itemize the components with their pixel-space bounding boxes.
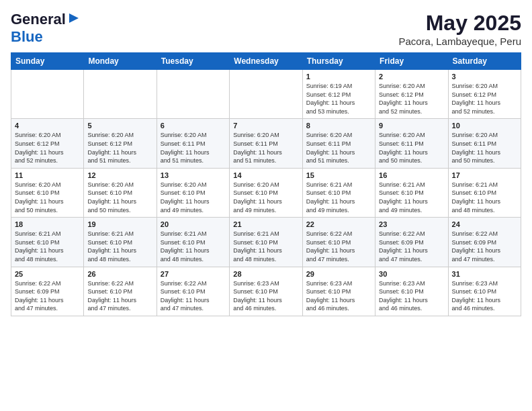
calendar-header-row: SundayMondayTuesdayWednesdayThursdayFrid… (11, 53, 521, 70)
day-number: 14 (233, 171, 298, 179)
day-info: Sunrise: 6:22 AMSunset: 6:10 PMDaylight:… (306, 230, 371, 263)
day-number: 20 (161, 220, 226, 228)
calendar-table: SundayMondayTuesdayWednesdayThursdayFrid… (11, 52, 521, 316)
day-info: Sunrise: 6:20 AMSunset: 6:12 PMDaylight:… (379, 82, 444, 116)
day-info: Sunrise: 6:20 AMSunset: 6:10 PMDaylight:… (87, 181, 152, 214)
day-info: Sunrise: 6:20 AMSunset: 6:12 PMDaylight:… (87, 131, 152, 165)
calendar-subtitle: Pacora, Lambayeque, Peru (398, 36, 521, 47)
page-header: General Blue May 2025 Pacora, Lambayeque… (11, 11, 521, 47)
day-number: 5 (87, 122, 152, 130)
calendar-week-row: 4Sunrise: 6:20 AMSunset: 6:12 PMDaylight… (11, 119, 521, 168)
day-info: Sunrise: 6:20 AMSunset: 6:10 PMDaylight:… (15, 181, 80, 214)
calendar-day-cell: 3Sunrise: 6:20 AMSunset: 6:12 PMDaylight… (448, 70, 521, 119)
calendar-day-cell: 16Sunrise: 6:21 AMSunset: 6:10 PMDayligh… (375, 168, 448, 217)
day-number: 26 (87, 270, 152, 278)
day-info: Sunrise: 6:20 AMSunset: 6:11 PMDaylight:… (379, 131, 444, 165)
calendar-day-cell: 19Sunrise: 6:21 AMSunset: 6:10 PMDayligh… (84, 218, 157, 267)
day-number: 19 (87, 220, 152, 228)
day-of-week-header: Saturday (448, 53, 521, 70)
calendar-day-cell: 1Sunrise: 6:19 AMSunset: 6:12 PMDaylight… (302, 70, 375, 119)
day-number: 4 (15, 122, 80, 130)
day-number: 7 (233, 122, 298, 130)
day-number: 31 (452, 270, 517, 278)
calendar-week-row: 11Sunrise: 6:20 AMSunset: 6:10 PMDayligh… (11, 168, 521, 217)
day-of-week-header: Friday (375, 53, 448, 70)
svg-marker-0 (69, 13, 79, 23)
day-info: Sunrise: 6:22 AMSunset: 6:09 PMDaylight:… (15, 279, 80, 313)
day-info: Sunrise: 6:23 AMSunset: 6:10 PMDaylight:… (306, 279, 371, 313)
day-info: Sunrise: 6:23 AMSunset: 6:10 PMDaylight:… (452, 279, 517, 313)
day-info: Sunrise: 6:21 AMSunset: 6:10 PMDaylight:… (87, 230, 152, 263)
calendar-day-cell: 10Sunrise: 6:20 AMSunset: 6:11 PMDayligh… (448, 119, 521, 168)
day-number: 2 (379, 73, 444, 81)
day-of-week-header: Sunday (11, 53, 84, 70)
calendar-week-row: 25Sunrise: 6:22 AMSunset: 6:09 PMDayligh… (11, 267, 521, 316)
day-number: 24 (452, 220, 517, 228)
day-info: Sunrise: 6:20 AMSunset: 6:11 PMDaylight:… (452, 131, 517, 165)
logo-arrow-icon (68, 12, 80, 27)
calendar-day-cell: 13Sunrise: 6:20 AMSunset: 6:10 PMDayligh… (157, 168, 229, 217)
title-block: May 2025 Pacora, Lambayeque, Peru (398, 11, 521, 47)
calendar-day-cell (157, 70, 229, 119)
day-info: Sunrise: 6:20 AMSunset: 6:11 PMDaylight:… (161, 131, 226, 165)
day-of-week-header: Tuesday (157, 53, 229, 70)
calendar-week-row: 18Sunrise: 6:21 AMSunset: 6:10 PMDayligh… (11, 218, 521, 267)
day-info: Sunrise: 6:21 AMSunset: 6:10 PMDaylight:… (379, 181, 444, 214)
calendar-day-cell: 11Sunrise: 6:20 AMSunset: 6:10 PMDayligh… (11, 168, 84, 217)
day-number: 8 (306, 122, 371, 130)
calendar-day-cell (230, 70, 302, 119)
calendar-day-cell: 15Sunrise: 6:21 AMSunset: 6:10 PMDayligh… (302, 168, 375, 217)
calendar-day-cell: 7Sunrise: 6:20 AMSunset: 6:11 PMDaylight… (230, 119, 302, 168)
calendar-day-cell: 24Sunrise: 6:22 AMSunset: 6:09 PMDayligh… (448, 218, 521, 267)
calendar-day-cell: 2Sunrise: 6:20 AMSunset: 6:12 PMDaylight… (375, 70, 448, 119)
calendar-day-cell: 4Sunrise: 6:20 AMSunset: 6:12 PMDaylight… (11, 119, 84, 168)
day-info: Sunrise: 6:20 AMSunset: 6:11 PMDaylight:… (233, 131, 298, 165)
day-info: Sunrise: 6:20 AMSunset: 6:12 PMDaylight:… (452, 82, 517, 116)
logo-blue: Blue (11, 28, 43, 45)
day-info: Sunrise: 6:22 AMSunset: 6:10 PMDaylight:… (161, 279, 226, 313)
day-info: Sunrise: 6:20 AMSunset: 6:11 PMDaylight:… (306, 131, 371, 165)
day-number: 29 (306, 270, 371, 278)
day-info: Sunrise: 6:20 AMSunset: 6:10 PMDaylight:… (233, 181, 298, 214)
day-info: Sunrise: 6:23 AMSunset: 6:10 PMDaylight:… (233, 279, 298, 313)
calendar-week-row: 1Sunrise: 6:19 AMSunset: 6:12 PMDaylight… (11, 70, 521, 119)
calendar-day-cell: 31Sunrise: 6:23 AMSunset: 6:10 PMDayligh… (448, 267, 521, 316)
calendar-day-cell: 9Sunrise: 6:20 AMSunset: 6:11 PMDaylight… (375, 119, 448, 168)
day-number: 27 (161, 270, 226, 278)
day-number: 15 (306, 171, 371, 179)
calendar-day-cell: 6Sunrise: 6:20 AMSunset: 6:11 PMDaylight… (157, 119, 229, 168)
day-info: Sunrise: 6:21 AMSunset: 6:10 PMDaylight:… (161, 230, 226, 263)
day-of-week-header: Thursday (302, 53, 375, 70)
day-number: 18 (15, 220, 80, 228)
calendar-day-cell: 29Sunrise: 6:23 AMSunset: 6:10 PMDayligh… (302, 267, 375, 316)
day-number: 12 (87, 171, 152, 179)
calendar-day-cell: 17Sunrise: 6:21 AMSunset: 6:10 PMDayligh… (448, 168, 521, 217)
calendar-day-cell: 23Sunrise: 6:22 AMSunset: 6:09 PMDayligh… (375, 218, 448, 267)
day-info: Sunrise: 6:21 AMSunset: 6:10 PMDaylight:… (15, 230, 80, 263)
day-number: 9 (379, 122, 444, 130)
logo-general: General (11, 11, 66, 28)
day-info: Sunrise: 6:22 AMSunset: 6:09 PMDaylight:… (379, 230, 444, 263)
day-number: 30 (379, 270, 444, 278)
day-info: Sunrise: 6:22 AMSunset: 6:10 PMDaylight:… (87, 279, 152, 313)
day-info: Sunrise: 6:20 AMSunset: 6:10 PMDaylight:… (161, 181, 226, 214)
day-number: 17 (452, 171, 517, 179)
logo: General Blue (11, 11, 80, 46)
calendar-day-cell: 27Sunrise: 6:22 AMSunset: 6:10 PMDayligh… (157, 267, 229, 316)
calendar-day-cell: 8Sunrise: 6:20 AMSunset: 6:11 PMDaylight… (302, 119, 375, 168)
day-number: 16 (379, 171, 444, 179)
calendar-day-cell: 5Sunrise: 6:20 AMSunset: 6:12 PMDaylight… (84, 119, 157, 168)
calendar-day-cell: 21Sunrise: 6:21 AMSunset: 6:10 PMDayligh… (230, 218, 302, 267)
day-info: Sunrise: 6:21 AMSunset: 6:10 PMDaylight:… (233, 230, 298, 263)
day-info: Sunrise: 6:19 AMSunset: 6:12 PMDaylight:… (306, 82, 371, 116)
calendar-day-cell: 25Sunrise: 6:22 AMSunset: 6:09 PMDayligh… (11, 267, 84, 316)
calendar-day-cell: 14Sunrise: 6:20 AMSunset: 6:10 PMDayligh… (230, 168, 302, 217)
day-number: 10 (452, 122, 517, 130)
calendar-title: May 2025 (398, 11, 521, 36)
calendar-day-cell: 22Sunrise: 6:22 AMSunset: 6:10 PMDayligh… (302, 218, 375, 267)
day-number: 6 (161, 122, 226, 130)
calendar-day-cell: 20Sunrise: 6:21 AMSunset: 6:10 PMDayligh… (157, 218, 229, 267)
day-of-week-header: Wednesday (230, 53, 302, 70)
day-number: 23 (379, 220, 444, 228)
day-info: Sunrise: 6:22 AMSunset: 6:09 PMDaylight:… (452, 230, 517, 263)
